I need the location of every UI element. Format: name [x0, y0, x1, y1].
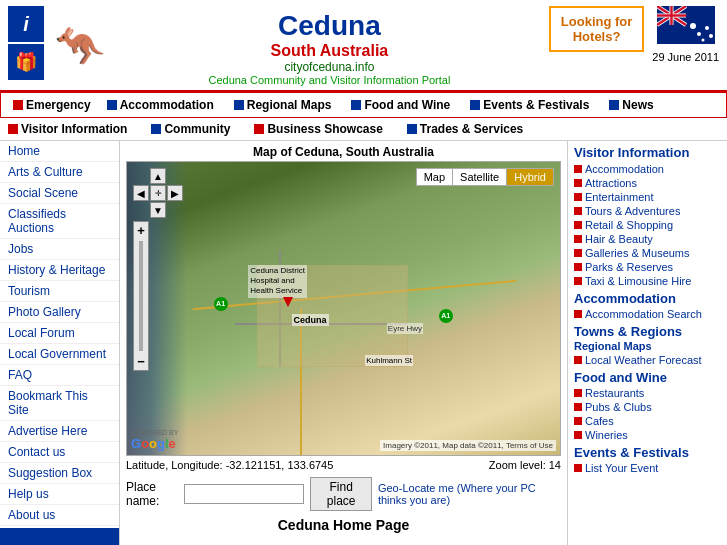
nav-visitor-info[interactable]: Visitor Information	[8, 122, 127, 136]
sidebar-item-local-forum[interactable]: Local Forum	[0, 323, 119, 344]
rs-parks[interactable]: Parks & Reserves	[574, 261, 721, 273]
sidebar-item-bookmark[interactable]: Bookmark This Site	[0, 386, 119, 421]
rs-accommodation-link: Accommodation	[585, 163, 664, 175]
food-wine-bullet	[351, 100, 361, 110]
sidebar-item-help[interactable]: Help us	[0, 484, 119, 505]
rs-attractions[interactable]: Attractions	[574, 177, 721, 189]
svg-point-13	[701, 39, 704, 42]
nav-visitor-label: Visitor Information	[21, 122, 127, 136]
nav-news[interactable]: News	[601, 97, 661, 113]
rs-restaurants-link: Restaurants	[585, 387, 644, 399]
header-date: 29 June 2011	[652, 51, 719, 63]
sidebar-item-home[interactable]: Home	[0, 141, 119, 162]
sidebar-bottom: ▶	[0, 528, 119, 545]
map-footer: Ceduna Home Page	[126, 514, 561, 536]
regional-maps-bullet	[234, 100, 244, 110]
sidebar-item-local-gov[interactable]: Local Government	[0, 344, 119, 365]
sidebar-item-photo-gallery[interactable]: Photo Gallery	[0, 302, 119, 323]
hotel-box[interactable]: Looking for Hotels?	[549, 6, 645, 52]
nav-community[interactable]: Community	[151, 122, 230, 136]
events-bullet	[470, 100, 480, 110]
find-place-button[interactable]: Find place	[310, 477, 372, 511]
sidebar-item-jobs[interactable]: Jobs	[0, 239, 119, 260]
nav-business[interactable]: Business Showcase	[254, 122, 382, 136]
nav-events[interactable]: Events & Festivals	[462, 97, 597, 113]
hybrid-btn[interactable]: Hybrid	[507, 169, 553, 185]
map-container[interactable]: Ceduna Ceduna DistrictHospital andHealth…	[126, 161, 561, 456]
visitor-bullet	[8, 124, 18, 134]
sidebar-item-about[interactable]: About us	[0, 505, 119, 526]
map-nav-controls: ▲ ◀ ✛ ▶ ▼ + −	[133, 168, 183, 371]
rs-bullet-15	[574, 431, 582, 439]
nav-trades-label: Trades & Services	[420, 122, 523, 136]
rs-wineries[interactable]: Wineries	[574, 429, 721, 441]
map-nav-down[interactable]: ▼	[150, 202, 166, 218]
rs-entertainment[interactable]: Entertainment	[574, 191, 721, 203]
map-zoom-bar[interactable]: + −	[133, 221, 149, 371]
zoom-minus-icon[interactable]: −	[136, 353, 146, 370]
rs-hair-link: Hair & Beauty	[585, 233, 653, 245]
sidebar-item-tourism[interactable]: Tourism	[0, 281, 119, 302]
nav-trades[interactable]: Trades & Services	[407, 122, 523, 136]
map-nav-left[interactable]: ◀	[133, 185, 149, 201]
rs-cafes-link: Cafes	[585, 415, 614, 427]
rs-entertainment-link: Entertainment	[585, 191, 653, 203]
sidebar-item-social[interactable]: Social Scene	[0, 183, 119, 204]
rs-towns-title: Towns & Regions	[574, 324, 721, 339]
rs-hair[interactable]: Hair & Beauty	[574, 233, 721, 245]
rs-restaurants[interactable]: Restaurants	[574, 387, 721, 399]
rs-attractions-link: Attractions	[585, 177, 637, 189]
sidebar-item-arts[interactable]: Arts & Culture	[0, 162, 119, 183]
rs-bullet-11	[574, 356, 582, 364]
map-btn[interactable]: Map	[417, 169, 453, 185]
nav-food-wine[interactable]: Food and Wine	[343, 97, 458, 113]
rs-accommodation[interactable]: Accommodation	[574, 163, 721, 175]
rs-accom-search[interactable]: Accommodation Search	[574, 308, 721, 320]
right-sidebar: Visitor Information Accommodation Attrac…	[567, 141, 727, 545]
powered-by-label: POWERED BY	[131, 429, 178, 436]
geo-locate-link[interactable]: Geo-Locate me (Where your PC thinks you …	[378, 482, 561, 506]
rs-retail[interactable]: Retail & Shopping	[574, 219, 721, 231]
sidebar-item-contact[interactable]: Contact us	[0, 442, 119, 463]
rs-accommodation-title: Accommodation	[574, 291, 721, 306]
rs-bullet-5	[574, 221, 582, 229]
rs-bullet-16	[574, 464, 582, 472]
rs-bullet-6	[574, 235, 582, 243]
map-nav-right[interactable]: ▶	[167, 185, 183, 201]
sidebar-item-history[interactable]: History & Heritage	[0, 260, 119, 281]
rs-bullet-8	[574, 263, 582, 271]
svg-point-11	[705, 26, 709, 30]
nav-accommodation[interactable]: Accommodation	[99, 97, 222, 113]
sidebar-item-classifieds[interactable]: Classifieds Auctions	[0, 204, 119, 239]
emergency-bullet	[13, 100, 23, 110]
rs-cafes[interactable]: Cafes	[574, 415, 721, 427]
rs-list-event[interactable]: List Your Event	[574, 462, 721, 474]
rs-wineries-link: Wineries	[585, 429, 628, 441]
left-sidebar: Home Arts & Culture Social Scene Classif…	[0, 141, 120, 545]
site-tagline: Ceduna Community and Visitor Information…	[110, 74, 549, 86]
nav-emergency[interactable]: Emergency	[9, 97, 95, 113]
sidebar-item-advertise[interactable]: Advertise Here	[0, 421, 119, 442]
sidebar-item-faq[interactable]: FAQ	[0, 365, 119, 386]
zoom-plus-icon[interactable]: +	[136, 222, 146, 239]
rs-taxi-link: Taxi & Limousine Hire	[585, 275, 691, 287]
map-nav-up[interactable]: ▲	[150, 168, 166, 184]
map-nav-center[interactable]: ✛	[150, 185, 166, 201]
rs-weather[interactable]: Local Weather Forecast	[574, 354, 721, 366]
satellite-btn[interactable]: Satellite	[453, 169, 507, 185]
rs-pubs[interactable]: Pubs & Clubs	[574, 401, 721, 413]
place-name-input[interactable]	[184, 484, 304, 504]
rs-taxi[interactable]: Taxi & Limousine Hire	[574, 275, 721, 287]
nav-regional-maps[interactable]: Regional Maps	[226, 97, 340, 113]
site-title: Ceduna	[110, 10, 549, 42]
nav-accommodation-label: Accommodation	[120, 98, 214, 112]
rs-bullet-3	[574, 193, 582, 201]
map-title: Map of Ceduna, South Australia	[126, 145, 561, 159]
news-bullet	[609, 100, 619, 110]
rs-galleries[interactable]: Galleries & Museums	[574, 247, 721, 259]
sidebar-item-suggestion[interactable]: Suggestion Box	[0, 463, 119, 484]
rs-bullet-2	[574, 179, 582, 187]
rs-accom-search-link: Accommodation Search	[585, 308, 702, 320]
rs-tours[interactable]: Tours & Adventures	[574, 205, 721, 217]
site-url[interactable]: cityofceduna.info	[110, 60, 549, 74]
